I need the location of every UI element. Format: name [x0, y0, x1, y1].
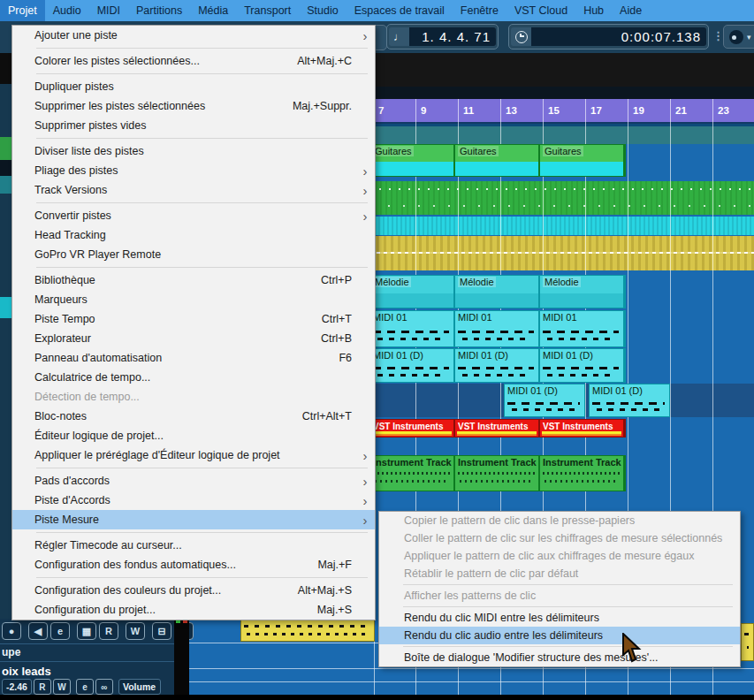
menubar-item[interactable]: Transport	[236, 0, 299, 21]
menu-item-appliquer-prereglage[interactable]: Appliquer le préréglage d'Éditeur logiqu…	[12, 445, 375, 465]
menubar-item[interactable]: Espaces de travail	[347, 0, 453, 21]
menubar-item[interactable]: Partitions	[128, 0, 190, 21]
instrument-editor-button[interactable]: ▦	[77, 622, 96, 640]
submenu-arrow-icon	[360, 368, 370, 387]
menu-item-bibliotheque[interactable]: Bibliothèque Ctrl+P	[12, 270, 375, 290]
timecode-value[interactable]: 0:00:07.138	[531, 27, 706, 46]
edit-channel-button[interactable]: e	[50, 622, 70, 640]
write-automation-button[interactable]: W	[126, 622, 145, 640]
menu-item-gopro-vr-player-remote[interactable]: GoPro VR Player Remote	[12, 245, 375, 264]
volume-selector[interactable]: Volume	[118, 679, 161, 695]
menu-item-dupliquer-pistes[interactable]: Dupliquer pistes	[12, 77, 375, 96]
guitares-clip[interactable]: Guitares	[624, 144, 626, 177]
vst-instruments-clip[interactable]: VST Instruments	[454, 419, 539, 438]
menubar-item[interactable]: Média	[190, 0, 236, 21]
read-automation-button[interactable]: R	[99, 622, 118, 640]
vst-instruments-clip[interactable]: VST Instruments	[624, 419, 626, 438]
midi-clip[interactable]: MIDI 01	[539, 310, 624, 347]
midi-d-clip[interactable]: MIDI 01 (D)	[539, 348, 624, 383]
show-lanes-button[interactable]: ⊟	[152, 622, 171, 640]
menu-item-piste-accords[interactable]: Piste d'Accords	[12, 491, 375, 510]
monitor-mode-button[interactable]: ▾	[723, 25, 754, 49]
menubar-item[interactable]: Aide	[612, 0, 650, 21]
submenu-item-rendu-clic-audio[interactable]: Rendu du clic audio entre les délimiteur…	[379, 627, 740, 644]
menubar-item[interactable]: Hub	[575, 0, 612, 21]
midi-clip[interactable]: MIDI 01	[454, 310, 539, 347]
link-button[interactable]: ∞	[95, 679, 113, 695]
midi-clip[interactable]: MIDI 01	[624, 310, 626, 347]
menubar-item[interactable]: Audio	[45, 0, 89, 21]
audio-lane-yellow[interactable]	[369, 236, 754, 270]
ruler-bar-number: 9	[416, 99, 459, 124]
guitares-clip[interactable]: Guitares	[539, 144, 624, 177]
audio-lane-cyan[interactable]	[369, 217, 754, 235]
menu-item-editeur-logique[interactable]: Éditeur logique de projet...	[12, 426, 375, 445]
menu-item-convertir-pistes[interactable]: Convertir pistes	[12, 206, 375, 225]
melodie-clip[interactable]: Mélodie	[624, 275, 626, 308]
menu-item-head-tracking[interactable]: Head Tracking	[12, 225, 375, 245]
projet-menu: Ajouter une piste Colorer les pistes sél…	[11, 25, 376, 620]
midi-d-clip[interactable]: MIDI 01 (D)	[624, 348, 626, 383]
midi-d-clip[interactable]: MIDI 01 (D)	[454, 348, 539, 383]
menu-item-supprimer-pistes-selectionnees[interactable]: Supprimer les pistes sélectionnées Maj.+…	[12, 96, 375, 116]
menu-item-regler-timecode[interactable]: Régler Timecode au curseur...	[12, 536, 375, 555]
melodie-clip[interactable]: Mélodie	[454, 275, 539, 308]
instrument-track-clip[interactable]: Instrument Track	[539, 455, 624, 491]
menu-item-config-projet[interactable]: Configuration du projet... Maj.+S	[12, 600, 375, 620]
menu-item-explorateur[interactable]: Explorateur Ctrl+B	[12, 329, 375, 348]
menu-item-panneau-automatisation[interactable]: Panneau d'automatisation F6	[12, 348, 375, 368]
write-automation-small-button[interactable]: W	[53, 679, 71, 695]
submenu-arrow-icon	[360, 270, 370, 290]
melodie-clip[interactable]: Mélodie	[369, 275, 454, 308]
read-automation-small-button[interactable]: R	[34, 679, 51, 695]
midi-editor-clip[interactable]	[240, 619, 375, 642]
menubar-item[interactable]: Studio	[299, 0, 346, 21]
guitares-clip[interactable]: Guitares	[369, 144, 454, 177]
instrument-track-clip-row: Instrument Track 01Instrument TrackInstr…	[369, 455, 754, 491]
menu-item-supprimer-pistes-vides[interactable]: Supprimer pistes vides	[12, 116, 375, 135]
menubar-item[interactable]: MIDI	[89, 0, 128, 21]
menu-item-marqueurs[interactable]: Marqueurs	[12, 290, 375, 309]
menubar-item[interactable]: VST Cloud	[506, 0, 575, 21]
midi-d2-clip[interactable]: MIDI 01 (D)	[589, 384, 670, 417]
menubar-item[interactable]: Fenêtre	[453, 0, 506, 21]
editor-grid-line	[189, 668, 754, 669]
midi-editor-clip-fragment[interactable]	[741, 623, 754, 661]
position-display-time[interactable]: 0:00:07.138	[508, 24, 709, 49]
speaker-button[interactable]: ◀	[28, 622, 48, 640]
instrument-track-clip[interactable]: Instrument Track 01	[369, 455, 454, 491]
submenu-item-boite-dialogue-mesures[interactable]: Boîte de dialogue 'Modifier structure de…	[379, 649, 740, 666]
menu-item-pliage-des-pistes[interactable]: Pliage des pistes	[12, 161, 375, 180]
guitares-clip[interactable]: Guitares	[454, 144, 539, 177]
menu-item-calculatrice-tempo[interactable]: Calculatrice de tempo...	[12, 368, 375, 387]
panel-divider	[0, 661, 174, 662]
edit-small-button[interactable]: e	[76, 679, 94, 695]
instrument-track-clip[interactable]: Instrument Track	[454, 455, 539, 491]
vst-instruments-clip[interactable]: VST Instruments	[539, 419, 624, 438]
midi-d-clip[interactable]: MIDI 01 (D)	[369, 348, 454, 383]
menu-item-config-fondus[interactable]: Configuration des fondus automatiques...…	[12, 555, 375, 574]
midi-clip[interactable]: MIDI 01	[369, 310, 454, 347]
menu-item-piste-mesure[interactable]: Piste Mesure	[12, 510, 375, 529]
melodie-clip[interactable]: Mélodie	[539, 275, 624, 308]
menu-item-pads-accords[interactable]: Pads d'accords	[12, 471, 375, 491]
menu-item-diviser-liste[interactable]: Diviser liste des pistes	[12, 141, 375, 161]
submenu-item-rendu-clic-midi[interactable]: Rendu du clic MIDI entre les délimiteurs	[379, 609, 740, 627]
menubar-item[interactable]: Projet	[0, 0, 45, 21]
menu-item-bloc-notes[interactable]: Bloc-notes Ctrl+Alt+T	[12, 407, 375, 426]
menu-item-colorer-pistes[interactable]: Colorer les pistes sélectionnées... Alt+…	[12, 51, 375, 71]
instrument-track-clip[interactable]: Instrument Trac	[624, 455, 626, 491]
bars-beats-value[interactable]: 1. 4. 4. 71	[409, 27, 496, 46]
midi-d2-clip[interactable]: MIDI 01 (D)	[504, 384, 585, 417]
menu-item-track-versions[interactable]: Track Versions	[12, 180, 375, 200]
group-track-label: upe	[2, 646, 20, 658]
menu-item-ajouter-une-piste[interactable]: Ajouter une piste	[12, 26, 375, 45]
menu-item-detection-tempo: Détection de tempo...	[12, 387, 375, 407]
gain-value-field[interactable]: -2.46	[2, 679, 32, 695]
position-display-bars[interactable]: ♩ 1. 4. 4. 71	[386, 24, 499, 49]
monitor-button[interactable]: ●	[2, 622, 21, 640]
vst-instruments-clip[interactable]: VST Instruments	[369, 419, 454, 438]
menu-item-piste-tempo[interactable]: Piste Tempo Ctrl+T	[12, 309, 375, 329]
audio-lane-green[interactable]	[369, 181, 754, 215]
menu-item-config-couleurs[interactable]: Configuration des couleurs du projet... …	[12, 581, 375, 600]
